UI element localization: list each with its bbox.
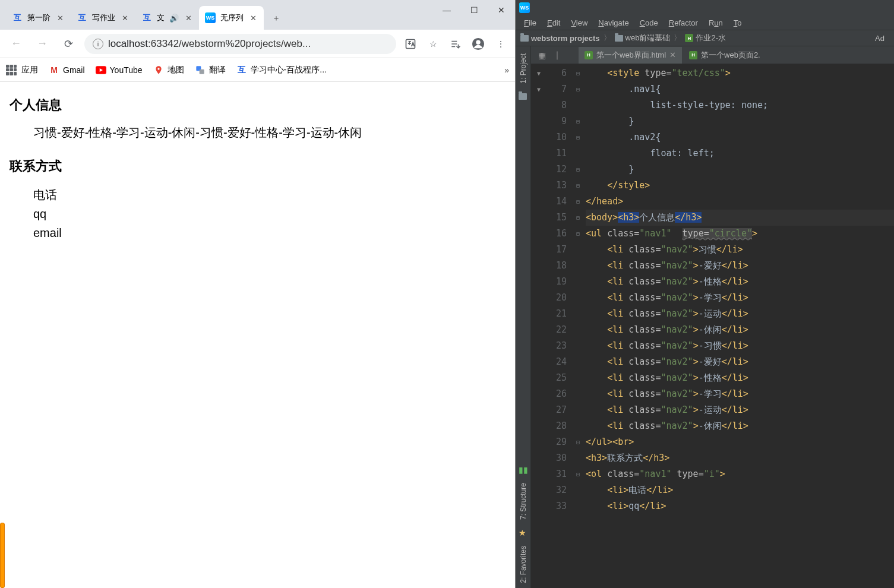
close-button[interactable]: ✕: [488, 0, 515, 20]
code-editor[interactable]: ▼ ▼ 678910111213141516171819202122232425…: [531, 64, 894, 588]
page-heading: 联系方式: [10, 157, 506, 175]
minimize-button[interactable]: —: [433, 0, 460, 20]
site-info-icon[interactable]: i: [93, 39, 103, 49]
folder-icon: [615, 35, 623, 42]
menu-tools[interactable]: To: [729, 17, 747, 29]
html-file-icon: H: [685, 34, 693, 42]
youtube-icon: [96, 65, 106, 75]
collapse-icon[interactable]: ｜: [550, 48, 564, 62]
fold-arrow[interactable]: ▼: [531, 65, 546, 81]
editor-region: ▦ ｜ H 第一个web界面.html ✕ H 第一个web页面2.: [531, 46, 894, 588]
star-icon[interactable]: ★: [519, 528, 528, 538]
editor-tab[interactable]: H 第一个web页面2.: [683, 47, 766, 64]
chrome-window: 互 第一阶 ✕ 互 写作业 ✕ 互 文 🔊 ✕ WS 无序列 ✕ ＋: [0, 0, 516, 588]
window-controls: — ☐ ✕: [433, 0, 515, 20]
menu-navigate[interactable]: Navigate: [593, 17, 633, 29]
chrome-toolbar: ← → ⟳ i localhost:63342/webstorm%20proje…: [0, 30, 515, 58]
close-icon[interactable]: ✕: [248, 13, 258, 23]
bookmark-maps[interactable]: 地图: [153, 65, 184, 75]
address-bar[interactable]: i localhost:63342/webstorm%20projects/we…: [84, 34, 396, 54]
close-icon[interactable]: ✕: [55, 13, 65, 23]
apps-icon: [6, 65, 17, 75]
browser-tab[interactable]: 互 文 🔊 ✕: [135, 6, 199, 30]
svg-point-5: [476, 40, 480, 44]
editor-tab-label: 第一个web界面.html: [596, 50, 666, 61]
list-item: 电话: [33, 186, 506, 204]
ide-left-sidebar: 1: Project ▮▮ 7: Structure ★ 2: Favorite…: [516, 46, 531, 588]
menu-file[interactable]: File: [519, 17, 541, 29]
chevron-right-icon: 〉: [604, 33, 611, 43]
baidu-icon: 互: [77, 12, 87, 23]
horizontal-list: 习惯-爱好-性格-学习-运动-休闲-习惯-爱好-性格-学习-运动-休闲: [33, 125, 506, 141]
ide-titlebar: WS: [516, 0, 894, 15]
close-icon[interactable]: ✕: [184, 13, 193, 23]
maps-icon: [153, 65, 164, 75]
html-file-icon: H: [689, 51, 697, 59]
browser-tab[interactable]: 互 第一阶 ✕: [6, 6, 71, 30]
code-lines[interactable]: <style type="text/css"> .nav1{ list-styl…: [583, 64, 894, 588]
tab-title: 无序列: [220, 12, 244, 23]
scroll-indicator: [0, 523, 5, 588]
favorites-tool-tab[interactable]: 2: Favorites: [517, 541, 529, 588]
folder-icon: [520, 35, 529, 42]
star-icon[interactable]: ☆: [425, 36, 441, 52]
list-item: email: [33, 224, 506, 242]
menu-code[interactable]: Code: [635, 17, 663, 29]
browser-tab-active[interactable]: WS 无序列 ✕: [199, 6, 264, 30]
crumb-project[interactable]: webstorm projects: [520, 34, 600, 43]
menu-run[interactable]: Run: [704, 17, 728, 29]
profile-icon[interactable]: [470, 36, 487, 52]
editor-tab-active[interactable]: H 第一个web界面.html ✕: [579, 47, 682, 64]
maximize-button[interactable]: ☐: [460, 0, 488, 20]
page-heading: 个人信息: [10, 96, 506, 114]
forward-button[interactable]: →: [32, 34, 52, 54]
svg-rect-9: [199, 69, 204, 74]
bookmark-translate[interactable]: 翻译: [195, 65, 226, 75]
project-tool-tab[interactable]: 1: Project: [517, 49, 529, 88]
apps-button[interactable]: 应用: [6, 65, 38, 75]
webstorm-icon: WS: [205, 12, 216, 23]
menu-edit[interactable]: Edit: [542, 17, 565, 29]
vertical-list: 电话 qq email: [33, 186, 506, 242]
reload-button[interactable]: ⟳: [58, 34, 78, 54]
new-tab-button[interactable]: ＋: [267, 10, 285, 27]
crumb-folder[interactable]: web前端基础: [615, 33, 671, 43]
bookmark-gmail[interactable]: MGmail: [49, 65, 85, 75]
chrome-tab-strip: 互 第一阶 ✕ 互 写作业 ✕ 互 文 🔊 ✕ WS 无序列 ✕ ＋: [0, 0, 515, 30]
tab-title: 文: [157, 12, 165, 23]
fold-gutter: ⊟⊟⊟⊟⊟⊟⊟⊟⊟⊟⊟: [573, 64, 583, 588]
browser-tab[interactable]: 互 写作业 ✕: [71, 6, 135, 30]
html-file-icon: H: [585, 51, 593, 59]
editor-tab-label: 第一个web页面2.: [701, 50, 760, 61]
menu-view[interactable]: View: [566, 17, 592, 29]
close-icon[interactable]: ✕: [669, 50, 676, 59]
reading-list-icon[interactable]: [447, 36, 464, 52]
bookmarks-overflow[interactable]: »: [504, 65, 509, 75]
bookmarks-bar: 应用 MGmail YouTube 地图 翻译 互学习中心-百战程序... »: [0, 58, 515, 82]
breadcrumb: webstorm projects 〉 web前端基础 〉 H作业2-水 Ad: [516, 30, 894, 46]
tab-title: 写作业: [92, 12, 115, 23]
baidu-icon: 互: [236, 65, 247, 75]
menu-refactor[interactable]: Refactor: [664, 17, 703, 29]
svg-point-7: [157, 68, 159, 69]
editor-tabs: ▦ ｜ H 第一个web界面.html ✕ H 第一个web页面2.: [531, 46, 894, 64]
add-config-button[interactable]: Ad: [870, 33, 889, 44]
ide-menu-bar: File Edit View Navigate Code Refactor Ru…: [516, 15, 894, 30]
back-button[interactable]: ←: [6, 34, 26, 54]
fold-column: ▼ ▼: [531, 64, 546, 588]
structure-tool-tab[interactable]: 7: Structure: [517, 478, 529, 524]
url-text: localhost:63342/webstorm%20projects/web.…: [108, 38, 311, 50]
fold-arrow[interactable]: ▼: [531, 81, 546, 97]
crumb-file[interactable]: H作业2-水: [685, 33, 726, 43]
menu-icon[interactable]: ⋮: [492, 36, 509, 52]
bookmark-study[interactable]: 互学习中心-百战程序...: [236, 65, 327, 75]
stats-icon[interactable]: ▮▮: [519, 465, 528, 475]
bookmark-youtube[interactable]: YouTube: [96, 65, 143, 75]
translate-icon[interactable]: [402, 36, 419, 52]
folder-icon[interactable]: [519, 92, 528, 102]
close-icon[interactable]: ✕: [120, 13, 129, 23]
speaker-icon[interactable]: 🔊: [169, 14, 179, 23]
project-view-icon[interactable]: ▦: [535, 48, 549, 62]
translate-icon: [195, 65, 206, 75]
webstorm-icon: WS: [519, 2, 530, 13]
